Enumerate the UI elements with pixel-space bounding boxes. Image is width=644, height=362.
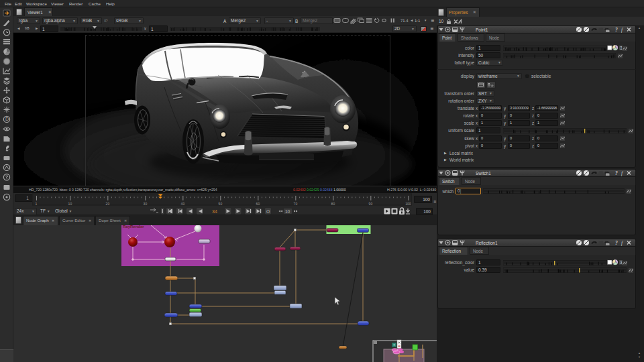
svg-text:20: 20 — [106, 202, 110, 206]
svg-text:f: f — [621, 240, 623, 246]
svg-text:?: ? — [615, 27, 618, 33]
svg-text:100: 100 — [405, 202, 411, 206]
svg-text:?: ? — [615, 170, 618, 176]
svg-text:50: 50 — [219, 202, 223, 206]
svg-text:?: ? — [615, 240, 618, 246]
svg-text:10: 10 — [285, 209, 290, 214]
svg-text:f: f — [621, 27, 623, 33]
svg-text:30: 30 — [144, 202, 148, 206]
svg-text:70: 70 — [294, 202, 298, 206]
svg-text:f: f — [621, 170, 623, 176]
svg-text:60: 60 — [256, 202, 260, 206]
svg-text:34: 34 — [212, 209, 217, 214]
svg-text:90: 90 — [369, 202, 373, 206]
svg-text:80: 80 — [331, 202, 335, 206]
svg-text:40: 40 — [181, 202, 185, 206]
svg-text:D: D — [5, 117, 9, 121]
svg-text:1: 1 — [36, 202, 38, 206]
svg-text:O: O — [266, 209, 270, 214]
svg-text:10: 10 — [68, 202, 72, 206]
svg-text:RayRender: RayRender — [123, 225, 144, 229]
